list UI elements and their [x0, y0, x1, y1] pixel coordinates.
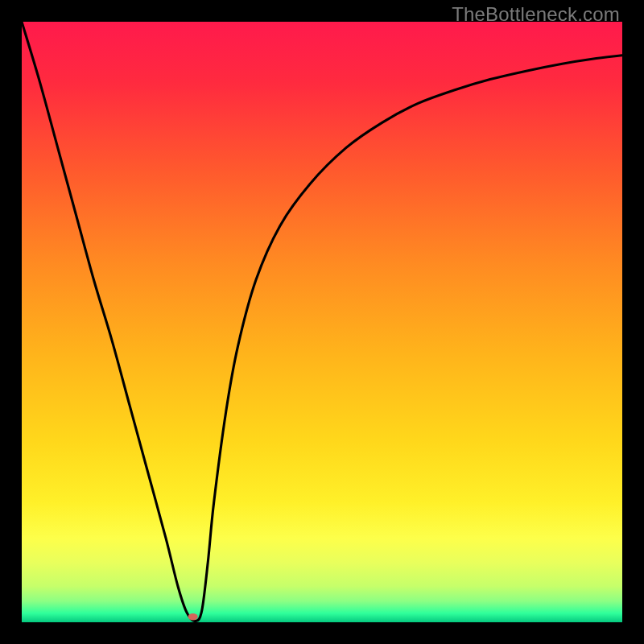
watermark-label: TheBottleneck.com — [452, 3, 620, 26]
gradient-background — [22, 22, 622, 622]
minimum-marker — [188, 613, 198, 620]
bottleneck-chart — [22, 22, 622, 622]
plot-frame — [22, 22, 622, 622]
